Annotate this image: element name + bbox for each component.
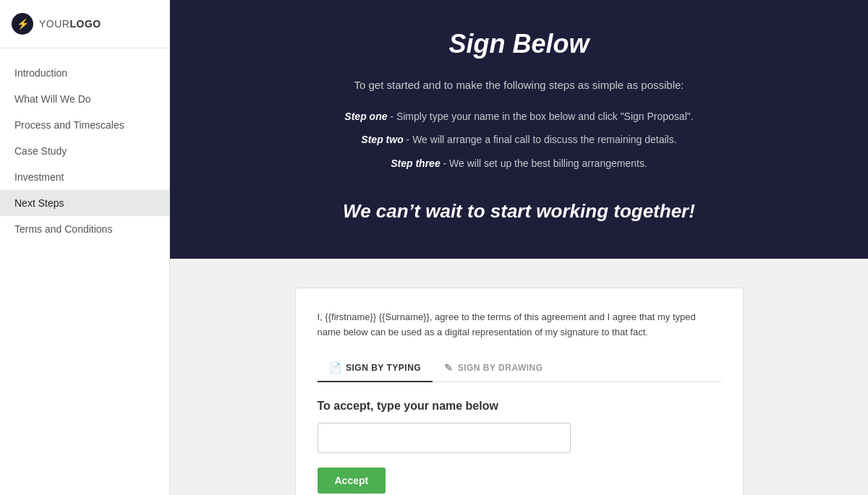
step1-text: - Simply type your name in the box below…: [387, 111, 693, 122]
lightning-icon: ⚡: [17, 18, 29, 30]
hero-step-1: Step one - Simply type your name in the …: [344, 108, 693, 124]
tab-sign-by-typing[interactable]: 📄 SIGN BY TYPING: [318, 355, 433, 382]
tab-typing-label: SIGN BY TYPING: [346, 363, 421, 373]
main-content: Sign Below To get started and to make th…: [170, 0, 868, 495]
sidebar-item-process-and-timescales[interactable]: Process and Timescales: [0, 112, 169, 138]
logo-text: YOURLOGO: [39, 18, 101, 30]
typing-icon: 📄: [329, 362, 342, 374]
sidebar-item-next-steps[interactable]: Next Steps: [0, 190, 169, 216]
agreement-text: I, {{firstname}} {{Surname}}, agree to t…: [318, 310, 721, 340]
drawing-icon: ✎: [444, 362, 454, 374]
sidebar-item-what-will-we-do[interactable]: What Will We Do: [0, 86, 169, 112]
sidebar: ⚡ YOURLOGO IntroductionWhat Will We DoPr…: [0, 0, 170, 495]
step2-text: - We will arrange a final call to discus…: [404, 134, 677, 145]
logo-logo: LOGO: [69, 18, 101, 30]
name-input[interactable]: [318, 423, 571, 453]
hero-tagline: We can’t wait to start working together!: [343, 200, 695, 223]
hero-title: Sign Below: [448, 29, 589, 59]
name-label: To accept, type your name below: [318, 400, 721, 413]
sidebar-item-introduction[interactable]: Introduction: [0, 60, 169, 86]
nav-menu: IntroductionWhat Will We DoProcess and T…: [0, 48, 169, 254]
hero-section: Sign Below To get started and to make th…: [170, 0, 868, 259]
step3-em: three: [415, 158, 440, 169]
logo-your: YOUR: [39, 18, 69, 30]
hero-step-3: Step three - We will set up the best bil…: [391, 155, 647, 171]
tab-drawing-label: SIGN BY DRAWING: [458, 363, 543, 373]
step2-em: two: [386, 134, 404, 145]
sidebar-item-investment[interactable]: Investment: [0, 164, 169, 190]
step3-text: - We will set up the best billing arrang…: [441, 158, 647, 169]
sign-card: I, {{firstname}} {{Surname}}, agree to t…: [295, 288, 744, 495]
sign-section: I, {{firstname}} {{Surname}}, agree to t…: [170, 259, 868, 495]
hero-step-2: Step two - We will arrange a final call …: [361, 132, 676, 147]
tab-bar: 📄 SIGN BY TYPING ✎ SIGN BY DRAWING: [318, 355, 721, 382]
tab-sign-by-drawing[interactable]: ✎ SIGN BY DRAWING: [433, 355, 554, 382]
sidebar-item-case-study[interactable]: Case Study: [0, 138, 169, 164]
hero-subtitle: To get started and to make the following…: [354, 77, 684, 94]
step1-em: one: [370, 111, 388, 122]
sidebar-item-terms-and-conditions[interactable]: Terms and Conditions: [0, 216, 169, 242]
logo-icon: ⚡: [12, 13, 33, 35]
accept-button[interactable]: Accept: [318, 468, 386, 494]
logo-area: ⚡ YOURLOGO: [0, 0, 169, 48]
